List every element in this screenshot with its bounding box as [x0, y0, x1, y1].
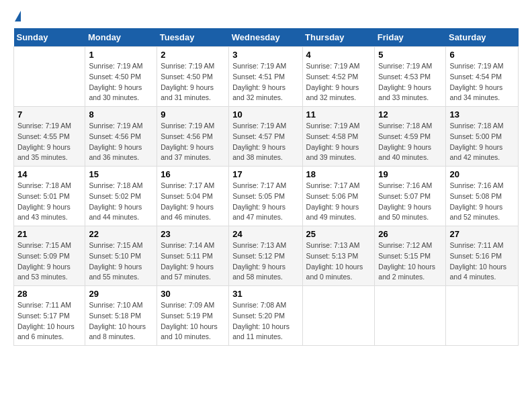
day-number: 28	[17, 289, 81, 299]
day-info: Sunrise: 7:15 AMSunset: 5:09 PMDaylight:…	[17, 240, 81, 283]
day-info: Sunrise: 7:18 AMSunset: 5:02 PMDaylight:…	[89, 181, 153, 223]
calendar-cell: 27Sunrise: 7:11 AMSunset: 5:16 PMDayligh…	[446, 226, 519, 286]
weekday-header-friday: Friday	[375, 28, 446, 47]
calendar-cell: 11Sunrise: 7:19 AMSunset: 4:58 PMDayligh…	[302, 107, 375, 167]
calendar-cell: 13Sunrise: 7:18 AMSunset: 5:00 PMDayligh…	[446, 107, 519, 167]
calendar-cell: 18Sunrise: 7:17 AMSunset: 5:06 PMDayligh…	[302, 167, 375, 226]
logo-triangle-icon	[15, 11, 21, 21]
day-number: 26	[378, 229, 442, 239]
day-info: Sunrise: 7:18 AMSunset: 4:59 PMDaylight:…	[378, 121, 442, 163]
weekday-header-monday: Monday	[85, 28, 157, 47]
calendar-header-row: SundayMondayTuesdayWednesdayThursdayFrid…	[14, 28, 519, 47]
calendar-cell: 28Sunrise: 7:11 AMSunset: 5:17 PMDayligh…	[14, 286, 85, 346]
day-number: 19	[378, 169, 442, 179]
calendar-cell: 16Sunrise: 7:17 AMSunset: 5:04 PMDayligh…	[157, 167, 229, 226]
calendar-cell: 12Sunrise: 7:18 AMSunset: 4:59 PMDayligh…	[375, 107, 446, 167]
day-info: Sunrise: 7:19 AMSunset: 4:51 PMDaylight:…	[232, 61, 298, 103]
weekday-header-saturday: Saturday	[446, 28, 519, 47]
day-info: Sunrise: 7:19 AMSunset: 4:55 PMDaylight:…	[17, 121, 81, 163]
day-number: 23	[161, 229, 225, 239]
calendar-week-row: 1Sunrise: 7:19 AMSunset: 4:50 PMDaylight…	[14, 47, 519, 107]
day-info: Sunrise: 7:09 AMSunset: 5:19 PMDaylight:…	[161, 300, 225, 342]
day-info: Sunrise: 7:17 AMSunset: 5:06 PMDaylight:…	[306, 181, 371, 223]
day-info: Sunrise: 7:19 AMSunset: 4:52 PMDaylight:…	[306, 61, 371, 103]
day-number: 3	[232, 50, 298, 60]
day-number: 27	[449, 229, 515, 239]
weekday-header-sunday: Sunday	[14, 28, 85, 47]
calendar-cell	[375, 286, 446, 346]
day-number: 12	[378, 109, 442, 120]
calendar-table: SundayMondayTuesdayWednesdayThursdayFrid…	[13, 28, 519, 346]
calendar-cell: 29Sunrise: 7:10 AMSunset: 5:18 PMDayligh…	[85, 286, 157, 346]
weekday-header-thursday: Thursday	[302, 28, 375, 47]
day-number: 21	[17, 229, 81, 239]
calendar-cell: 23Sunrise: 7:14 AMSunset: 5:11 PMDayligh…	[157, 226, 229, 286]
day-number: 14	[17, 169, 81, 179]
calendar-week-row: 21Sunrise: 7:15 AMSunset: 5:09 PMDayligh…	[14, 226, 519, 286]
day-number: 13	[449, 109, 515, 120]
calendar-cell: 17Sunrise: 7:17 AMSunset: 5:05 PMDayligh…	[229, 167, 302, 226]
calendar-cell: 24Sunrise: 7:13 AMSunset: 5:12 PMDayligh…	[229, 226, 302, 286]
day-info: Sunrise: 7:11 AMSunset: 5:17 PMDaylight:…	[17, 300, 81, 342]
day-number: 7	[17, 109, 81, 120]
calendar-cell: 10Sunrise: 7:19 AMSunset: 4:57 PMDayligh…	[229, 107, 302, 167]
calendar-cell: 14Sunrise: 7:18 AMSunset: 5:01 PMDayligh…	[14, 167, 85, 226]
calendar-cell	[14, 47, 85, 107]
calendar-cell: 30Sunrise: 7:09 AMSunset: 5:19 PMDayligh…	[157, 286, 229, 346]
day-info: Sunrise: 7:19 AMSunset: 4:54 PMDaylight:…	[449, 61, 515, 103]
day-info: Sunrise: 7:16 AMSunset: 5:07 PMDaylight:…	[378, 181, 442, 223]
day-number: 17	[232, 169, 298, 179]
day-number: 22	[89, 229, 153, 239]
day-number: 25	[306, 229, 371, 239]
day-info: Sunrise: 7:19 AMSunset: 4:56 PMDaylight:…	[89, 121, 153, 163]
day-info: Sunrise: 7:19 AMSunset: 4:50 PMDaylight:…	[89, 61, 153, 103]
day-number: 2	[161, 50, 225, 60]
day-number: 18	[306, 169, 371, 179]
day-info: Sunrise: 7:17 AMSunset: 5:04 PMDaylight:…	[161, 181, 225, 223]
calendar-cell: 9Sunrise: 7:19 AMSunset: 4:56 PMDaylight…	[157, 107, 229, 167]
day-info: Sunrise: 7:15 AMSunset: 5:10 PMDaylight:…	[89, 240, 153, 283]
calendar-cell	[302, 286, 375, 346]
calendar-cell: 1Sunrise: 7:19 AMSunset: 4:50 PMDaylight…	[85, 47, 157, 107]
day-number: 24	[232, 229, 298, 239]
logo	[13, 11, 21, 21]
calendar-week-row: 7Sunrise: 7:19 AMSunset: 4:55 PMDaylight…	[14, 107, 519, 167]
day-number: 4	[306, 50, 371, 60]
day-info: Sunrise: 7:17 AMSunset: 5:05 PMDaylight:…	[232, 181, 298, 223]
day-info: Sunrise: 7:08 AMSunset: 5:20 PMDaylight:…	[232, 300, 298, 342]
day-number: 31	[232, 289, 298, 299]
day-number: 6	[449, 50, 515, 60]
day-info: Sunrise: 7:18 AMSunset: 5:00 PMDaylight:…	[449, 121, 515, 163]
day-number: 1	[89, 50, 153, 60]
day-number: 5	[378, 50, 442, 60]
calendar-cell: 2Sunrise: 7:19 AMSunset: 4:50 PMDaylight…	[157, 47, 229, 107]
day-info: Sunrise: 7:19 AMSunset: 4:53 PMDaylight:…	[378, 61, 442, 103]
calendar-cell: 4Sunrise: 7:19 AMSunset: 4:52 PMDaylight…	[302, 47, 375, 107]
calendar-cell: 6Sunrise: 7:19 AMSunset: 4:54 PMDaylight…	[446, 47, 519, 107]
calendar-cell: 21Sunrise: 7:15 AMSunset: 5:09 PMDayligh…	[14, 226, 85, 286]
day-number: 11	[306, 109, 371, 120]
header	[13, 11, 519, 21]
calendar-cell: 5Sunrise: 7:19 AMSunset: 4:53 PMDaylight…	[375, 47, 446, 107]
weekday-header-tuesday: Tuesday	[157, 28, 229, 47]
day-number: 8	[89, 109, 153, 120]
calendar-cell: 20Sunrise: 7:16 AMSunset: 5:08 PMDayligh…	[446, 167, 519, 226]
day-number: 29	[89, 289, 153, 299]
calendar-cell: 19Sunrise: 7:16 AMSunset: 5:07 PMDayligh…	[375, 167, 446, 226]
day-number: 16	[161, 169, 225, 179]
calendar-cell: 15Sunrise: 7:18 AMSunset: 5:02 PMDayligh…	[85, 167, 157, 226]
day-info: Sunrise: 7:18 AMSunset: 5:01 PMDaylight:…	[17, 181, 81, 223]
calendar-week-row: 14Sunrise: 7:18 AMSunset: 5:01 PMDayligh…	[14, 167, 519, 226]
day-info: Sunrise: 7:10 AMSunset: 5:18 PMDaylight:…	[89, 300, 153, 342]
day-info: Sunrise: 7:19 AMSunset: 4:58 PMDaylight:…	[306, 121, 371, 163]
calendar-cell: 31Sunrise: 7:08 AMSunset: 5:20 PMDayligh…	[229, 286, 302, 346]
day-number: 30	[161, 289, 225, 299]
calendar-cell: 25Sunrise: 7:13 AMSunset: 5:13 PMDayligh…	[302, 226, 375, 286]
day-info: Sunrise: 7:19 AMSunset: 4:56 PMDaylight:…	[161, 121, 225, 163]
day-number: 20	[449, 169, 515, 179]
day-info: Sunrise: 7:19 AMSunset: 4:50 PMDaylight:…	[161, 61, 225, 103]
day-info: Sunrise: 7:16 AMSunset: 5:08 PMDaylight:…	[449, 181, 515, 223]
day-info: Sunrise: 7:19 AMSunset: 4:57 PMDaylight:…	[232, 121, 298, 163]
calendar-cell: 7Sunrise: 7:19 AMSunset: 4:55 PMDaylight…	[14, 107, 85, 167]
calendar-cell: 26Sunrise: 7:12 AMSunset: 5:15 PMDayligh…	[375, 226, 446, 286]
